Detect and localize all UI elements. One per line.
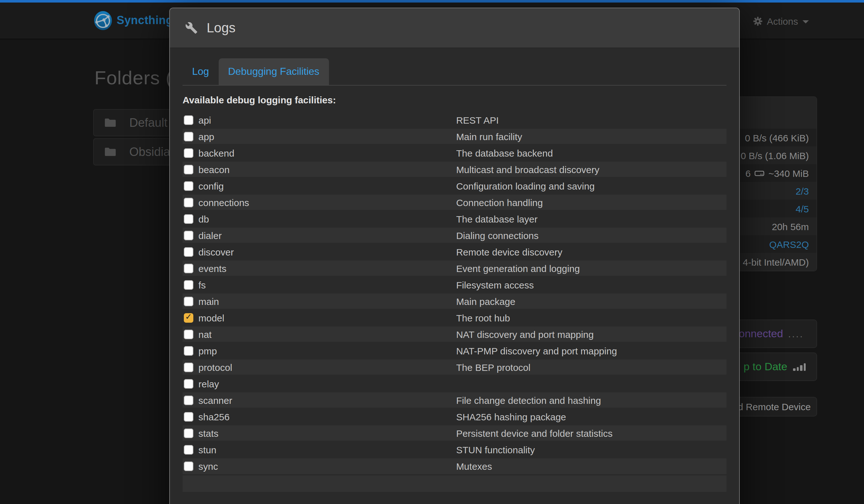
facility-name: beacon	[199, 164, 229, 175]
tab[interactable]: Debugging Facilities	[218, 58, 329, 85]
facility-row: stats Persistent device and folder stati…	[182, 425, 727, 441]
actions-label: Actions	[767, 15, 798, 26]
facility-description: REST API	[456, 111, 727, 128]
facility-row: sync Mutexes	[182, 458, 727, 474]
facility-label[interactable]: api	[182, 115, 456, 125]
facility-label[interactable]: sha256	[182, 411, 456, 422]
facility-checkbox[interactable]	[184, 115, 193, 124]
facility-checkbox[interactable]	[184, 181, 193, 191]
facility-checkbox[interactable]	[184, 165, 193, 174]
facility-checkbox[interactable]	[184, 132, 193, 141]
facility-name: fs	[199, 279, 206, 290]
facility-checkbox[interactable]	[184, 362, 193, 372]
facility-description: The database backend	[456, 145, 727, 161]
facility-row: main Main package	[182, 293, 727, 309]
facility-checkbox[interactable]	[184, 412, 193, 421]
facility-description: The database layer	[456, 211, 727, 227]
stat-value: 2/3	[795, 185, 809, 196]
facility-description: Filesystem access	[456, 276, 727, 293]
facility-description: Event generation and logging	[456, 260, 727, 276]
facility-label[interactable]: nat	[182, 329, 456, 339]
facility-row: backend The database backend	[182, 145, 727, 161]
facility-row: relay	[182, 375, 727, 392]
facility-label[interactable]: dialer	[182, 230, 456, 241]
facility-checkbox[interactable]	[184, 395, 193, 405]
facility-label[interactable]: app	[182, 131, 456, 142]
facility-checkbox[interactable]	[184, 329, 193, 339]
app-window: Syncthing Actions Folders (2)	[0, 0, 864, 504]
facility-label[interactable]: beacon	[182, 164, 456, 175]
facility-checkbox[interactable]	[184, 148, 193, 157]
facility-label[interactable]: db	[182, 213, 456, 224]
gear-icon	[753, 16, 763, 26]
facilities-table: api REST API app	[182, 111, 727, 474]
facility-name: relay	[199, 378, 219, 389]
facility-label[interactable]: scanner	[182, 395, 456, 405]
facility-row: config Configuration loading and saving	[182, 178, 727, 194]
facility-description	[456, 375, 727, 392]
facility-name: main	[199, 296, 219, 307]
facility-label[interactable]: fs	[182, 279, 456, 290]
facility-row: dialer Dialing connections	[182, 227, 727, 243]
facility-label[interactable]: main	[182, 296, 456, 307]
facility-label[interactable]: backend	[182, 147, 456, 158]
facility-row: protocol The BEP protocol	[182, 359, 727, 375]
facility-name: api	[199, 115, 211, 125]
stat-value: 0 B/s (1.06 MiB)	[741, 150, 809, 161]
facility-label[interactable]: pmp	[182, 345, 456, 356]
facility-row: events Event generation and logging	[182, 260, 727, 276]
facility-label[interactable]: config	[182, 180, 456, 191]
folder-icon	[105, 118, 116, 128]
facility-checkbox[interactable]	[184, 230, 193, 240]
facility-label[interactable]: discover	[182, 246, 456, 257]
facility-label[interactable]: relay	[182, 378, 456, 389]
logs-modal: Logs Log Debugging Facilities Available …	[169, 8, 740, 504]
stat-value: 4-bit Intel/AMD)	[743, 256, 809, 267]
facility-checkbox[interactable]	[184, 346, 193, 355]
facility-name: backend	[199, 147, 234, 158]
facility-name: app	[199, 131, 214, 142]
facility-name: stun	[199, 444, 216, 455]
actions-menu-button[interactable]: Actions	[753, 2, 809, 39]
facility-checkbox[interactable]	[184, 428, 193, 438]
facility-description: NAT-PMP discovery and port mapping	[456, 342, 727, 359]
facility-label[interactable]: sync	[182, 461, 456, 472]
facility-name: events	[199, 263, 226, 274]
facility-name: nat	[199, 329, 212, 339]
folder-icon	[105, 147, 116, 157]
facility-checkbox[interactable]	[184, 280, 193, 289]
facility-row: stun STUN functionality	[182, 441, 727, 458]
facility-label[interactable]: model	[182, 312, 456, 323]
facility-description: Dialing connections	[456, 227, 727, 243]
facility-name: stats	[199, 428, 218, 439]
facility-row: api REST API	[182, 111, 727, 128]
facility-label[interactable]: stats	[182, 428, 456, 439]
facility-description: Remote device discovery	[456, 243, 727, 260]
facility-checkbox[interactable]	[184, 197, 193, 207]
facility-label[interactable]: protocol	[182, 362, 456, 372]
wrench-icon	[185, 22, 198, 34]
facility-description: Multicast and broadcast discovery	[456, 161, 727, 178]
facility-description: SHA256 hashing package	[456, 408, 727, 425]
facility-checkbox[interactable]	[184, 313, 193, 322]
chevron-down-icon	[803, 20, 809, 23]
facility-checkbox[interactable]	[184, 263, 193, 273]
facility-description: Persistent device and folder statistics	[456, 425, 727, 441]
stat-value: 4/5	[795, 203, 809, 214]
stat-value: ~340 MiB	[768, 168, 809, 179]
facility-checkbox[interactable]	[184, 445, 193, 454]
facility-checkbox[interactable]	[184, 461, 193, 471]
add-remote-device-label: d Remote Device	[738, 401, 811, 412]
facility-checkbox[interactable]	[184, 296, 193, 306]
facility-label[interactable]: connections	[182, 197, 456, 208]
facility-description: Mutexes	[456, 458, 727, 474]
tab[interactable]: Log	[182, 58, 218, 85]
facility-name: sync	[199, 461, 218, 472]
brand-link[interactable]: Syncthing	[93, 11, 173, 31]
facility-checkbox[interactable]	[184, 379, 193, 388]
facility-checkbox[interactable]	[184, 214, 193, 224]
facility-label[interactable]: events	[182, 263, 456, 274]
facility-label[interactable]: stun	[182, 444, 456, 455]
facility-description: STUN functionality	[456, 441, 727, 458]
facility-checkbox[interactable]	[184, 247, 193, 256]
